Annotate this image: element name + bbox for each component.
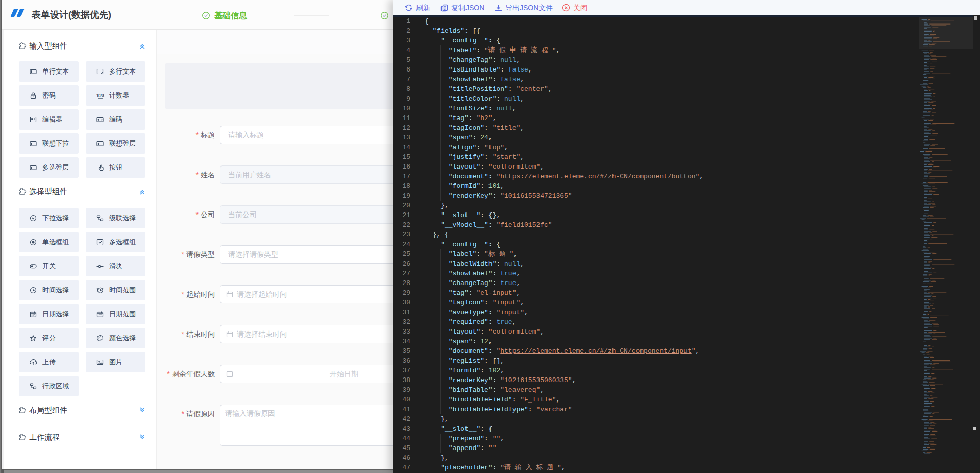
svg-text:123: 123 — [96, 93, 104, 98]
